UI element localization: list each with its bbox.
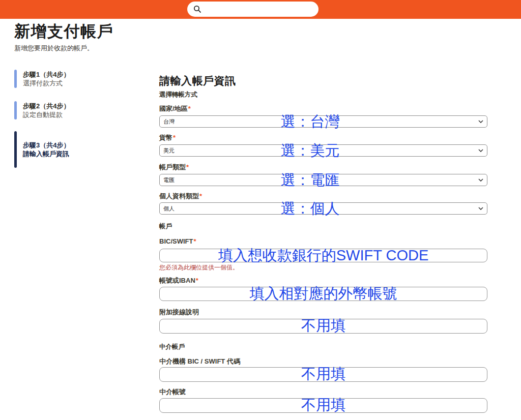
account-number-input[interactable] xyxy=(159,287,487,301)
step-3-label: 步驟3（共4步） xyxy=(23,141,70,149)
wire-note-input[interactable] xyxy=(159,319,487,334)
search-box[interactable] xyxy=(187,2,319,17)
step-item-1[interactable]: 步驟1（共4步） 選擇付款方式 xyxy=(14,70,70,88)
section-intermediary: 中介帳戶 xyxy=(159,343,185,351)
step-3-progress-bar xyxy=(14,131,17,168)
bic-swift-label-text: BIC/SWIFT xyxy=(159,237,193,245)
wire-note-label-text: 附加接線說明 xyxy=(159,308,199,316)
profile-type-select[interactable]: 個人 xyxy=(159,202,487,215)
step-item-2[interactable]: 步驟2（共4步） 設定自動提款 xyxy=(14,101,70,119)
account-type-select-value: 電匯 xyxy=(163,176,175,184)
chevron-down-icon xyxy=(478,207,483,210)
bic-swift-input[interactable] xyxy=(159,249,487,262)
profile-type-label: 個人資料類型* xyxy=(159,192,202,201)
page-subtitle: 新增您要用於收款的帳戶。 xyxy=(14,44,94,53)
currency-select[interactable]: 美元 xyxy=(159,144,487,157)
country-label: 國家/地區* xyxy=(159,104,191,113)
currency-label: 貨幣* xyxy=(159,133,176,142)
page-title: 新增支付帳戶 xyxy=(14,23,113,40)
account-form: 請輸入帳戶資訊 選擇轉帳方式 國家/地區* 台灣 選：台灣 貨幣* 美元 選：美… xyxy=(159,0,487,420)
page: 新增支付帳戶 新增您要用於收款的帳戶。 步驟1（共4步） 選擇付款方式 步驟2（… xyxy=(0,0,521,420)
search-input[interactable] xyxy=(205,3,319,16)
required-asterisk: * xyxy=(186,163,189,171)
search-icon xyxy=(193,5,201,13)
currency-label-text: 貨幣 xyxy=(159,134,172,141)
required-asterisk: * xyxy=(196,277,198,284)
step-1-label: 步驟1（共4步） xyxy=(23,70,70,79)
account-number-label: 帳號或IBAN* xyxy=(159,276,198,285)
intermediary-bic-label-text: 中介機構 BIC / SWIFT 代碼 xyxy=(159,357,240,365)
section-transfer-method: 選擇轉帳方式 xyxy=(159,91,197,99)
wire-note-label: 附加接線說明 xyxy=(159,308,199,317)
required-asterisk: * xyxy=(193,237,196,245)
top-navbar xyxy=(0,0,521,19)
step-item-3-active[interactable]: 步驟3（共4步） 請輸入帳戶資訊 xyxy=(14,131,70,168)
step-2-label: 步驟2（共4步） xyxy=(23,102,70,110)
country-label-text: 國家/地區 xyxy=(159,105,188,112)
required-asterisk: * xyxy=(173,134,176,141)
form-heading: 請輸入帳戶資訊 xyxy=(159,74,236,88)
profile-type-label-text: 個人資料類型 xyxy=(159,192,199,200)
account-type-select[interactable]: 電匯 xyxy=(159,174,487,186)
chevron-down-icon xyxy=(478,178,483,182)
step-1-desc: 選擇付款方式 xyxy=(23,79,70,87)
intermediary-bic-label: 中介機構 BIC / SWIFT 代碼 xyxy=(159,357,240,366)
required-asterisk: * xyxy=(188,105,191,112)
chevron-down-icon xyxy=(478,120,483,123)
step-2-desc: 設定自動提款 xyxy=(23,110,70,119)
profile-type-select-value: 個人 xyxy=(163,205,175,213)
section-account: 帳戶 xyxy=(159,222,172,231)
account-type-label-text: 帳戶類型 xyxy=(159,163,186,171)
bic-swift-error: 您必須為此欄位提供一個值。 xyxy=(159,263,239,272)
currency-select-value: 美元 xyxy=(163,147,175,155)
account-number-label-text: 帳號或IBAN xyxy=(159,277,195,284)
intermediary-account-label: 中介帳號 xyxy=(159,387,186,397)
step-1-progress-bar xyxy=(14,70,17,88)
intermediary-bic-input[interactable] xyxy=(159,367,487,382)
intermediary-account-input[interactable] xyxy=(159,398,487,413)
country-select-value: 台灣 xyxy=(163,118,175,126)
intermediary-account-label-text: 中介帳號 xyxy=(159,388,186,396)
bic-swift-label: BIC/SWIFT* xyxy=(159,237,196,245)
step-3-desc: 請輸入帳戶資訊 xyxy=(23,149,70,158)
required-asterisk: * xyxy=(199,192,202,200)
country-select[interactable]: 台灣 xyxy=(159,115,487,128)
chevron-down-icon xyxy=(478,149,483,152)
account-type-label: 帳戶類型* xyxy=(159,163,189,172)
step-2-progress-bar xyxy=(14,101,17,119)
